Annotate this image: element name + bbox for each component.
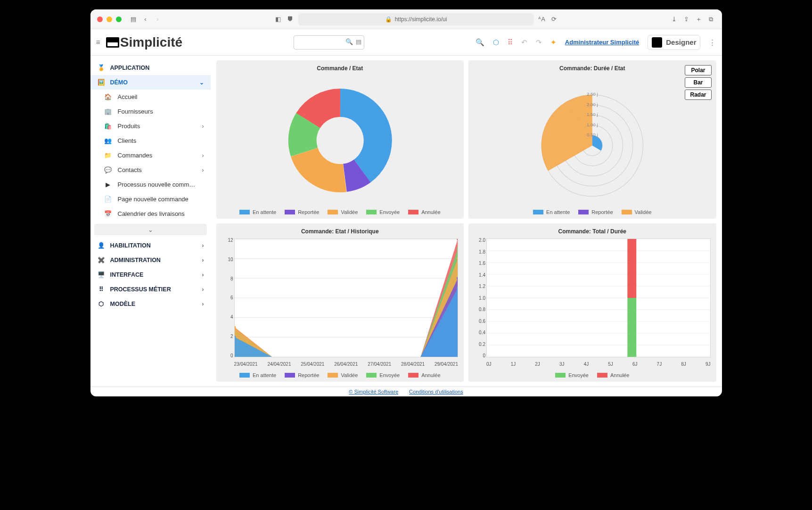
section-icon: ⠿ <box>97 286 106 293</box>
x-axis: 0J1J2J3J4J5J6J7J8J9J <box>486 362 711 367</box>
tick: 1.8 <box>472 249 485 255</box>
tick: 1.0 <box>472 296 485 301</box>
chevron-right-icon: › <box>202 167 204 173</box>
footer-company[interactable]: © Simplicité Software <box>349 389 398 395</box>
svg-text:2.50 j: 2.50 j <box>587 91 598 97</box>
redo-icon[interactable]: ↷ <box>536 38 542 47</box>
legend-label: En attente <box>546 209 570 215</box>
sidebar-toggle-icon[interactable]: ▤ <box>129 16 138 23</box>
swatch <box>533 210 543 214</box>
sidebar-section-application[interactable]: 🏅 APPLICATION <box>90 60 211 75</box>
sidebar-item[interactable]: 💬 Contacts › <box>90 163 211 177</box>
brand-text: Simplicité <box>120 35 182 50</box>
sidebar-item[interactable]: 🏠 Accueil <box>90 90 211 104</box>
reload-icon[interactable]: ⟳ <box>550 16 558 23</box>
menu-icon: 📄 <box>104 196 112 203</box>
swatch <box>366 210 377 214</box>
card-commande-historique: Commande: Etat / Historique 121086420 <box>216 223 464 382</box>
lock-icon: 🔒 <box>385 16 392 23</box>
sidebar-item[interactable]: 🏢 Fournisseurs <box>90 104 211 119</box>
menu-icon: 🏠 <box>104 93 112 100</box>
swatch <box>622 210 632 214</box>
search-scope-icon[interactable]: ▤ <box>356 38 361 45</box>
share-icon[interactable]: ⇪ <box>682 16 691 23</box>
polar-chart: 2.50 j 2.00 j 1.50 j 1.00 j 0.50 j <box>472 74 713 206</box>
tick: 0J <box>486 362 492 367</box>
star-icon[interactable]: ✦ <box>550 38 557 47</box>
legend-item: Envoyée <box>366 372 400 378</box>
shield-icon[interactable]: ⛊ <box>286 16 295 23</box>
sidebar-item[interactable]: 🛍️ Produits › <box>90 119 211 133</box>
y-axis: 121086420 <box>220 238 233 358</box>
sidebar-section[interactable]: 🖥️ INTERFACE › <box>90 267 211 282</box>
address-bar[interactable]: 🔒 https://simplicite.io/ui <box>298 13 534 25</box>
tick: 1.2 <box>472 284 485 289</box>
image-icon: 🖼️ <box>97 79 106 86</box>
reader-icon[interactable]: ᴬA <box>538 16 546 23</box>
item-label: Fournisseurs <box>118 108 153 115</box>
tabs-icon[interactable]: ⧉ <box>707 16 715 23</box>
tick: 28/04/2021 <box>401 362 425 367</box>
legend-item: Validée <box>622 209 652 215</box>
section-label: PROCESSUS MÉTIER <box>110 286 171 293</box>
undo-icon[interactable]: ↶ <box>521 38 527 47</box>
sidebar-section[interactable]: 👤 HABILITATION › <box>90 238 211 253</box>
workflow-icon[interactable]: ⠿ <box>508 38 513 47</box>
legend-item: Reportée <box>285 372 319 378</box>
admin-link[interactable]: Administrateur Simplicité <box>565 39 639 46</box>
sidebar-item[interactable]: 👥 Clients <box>90 133 211 148</box>
search-box[interactable]: 🔍 ▤ <box>294 35 364 49</box>
legend-item: Annulée <box>408 209 440 215</box>
extension-icon[interactable]: ◧ <box>274 16 282 23</box>
legend-item: Validée <box>328 372 358 378</box>
footer-terms[interactable]: Conditions d'utilisations <box>409 389 463 395</box>
hierarchy-icon[interactable]: ⬡ <box>493 38 499 47</box>
sidebar-section[interactable]: ⬡ MODÈLE › <box>90 296 211 311</box>
tick: 25/04/2021 <box>301 362 324 367</box>
brand-logo[interactable]: Simplicité <box>106 35 182 50</box>
window-controls[interactable] <box>97 16 122 22</box>
sidebar-section-demo[interactable]: 🖼️ DÉMO ⌄ <box>90 75 211 90</box>
filter-icon[interactable]: 🔍 <box>476 38 484 47</box>
sidebar-section[interactable]: ✖️ ADMINISTRATION › <box>90 253 211 267</box>
sidebar-item[interactable]: 📅 Calendrier des livraisons <box>90 206 211 221</box>
role-label: Designer <box>666 38 696 46</box>
tick: 23/04/2021 <box>234 362 258 367</box>
download-icon[interactable]: ⤓ <box>670 16 679 23</box>
legend-label: Annulée <box>610 372 629 378</box>
sidebar-item[interactable]: 📁 Commandes › <box>90 148 211 163</box>
item-label: Accueil <box>118 93 138 100</box>
tick: 2 <box>220 334 233 339</box>
section-label: INTERFACE <box>110 271 144 278</box>
nav-back-icon[interactable]: ‹ <box>141 16 150 23</box>
menu-toggle-icon[interactable]: ≡ <box>96 38 100 47</box>
card-title: Commande: Durée / Etat <box>472 65 713 72</box>
swatch <box>328 210 338 214</box>
sidebar-collapse[interactable]: ⌄ <box>94 224 207 235</box>
footer: © Simplicité Software Conditions d'utili… <box>90 387 722 396</box>
legend-item: Annulée <box>597 372 629 378</box>
chevron-down-icon: ⌄ <box>199 79 204 86</box>
search-icon[interactable]: 🔍 <box>345 38 353 45</box>
menu-icon: 💬 <box>104 166 112 173</box>
item-label: Contacts <box>118 166 142 173</box>
section-icon: 🖥️ <box>97 271 106 278</box>
tick: 2J <box>535 362 540 367</box>
new-tab-icon[interactable]: ＋ <box>695 15 703 24</box>
sidebar-section[interactable]: ⠿ PROCESSUS MÉTIER › <box>90 282 211 296</box>
section-label: MODÈLE <box>110 301 135 307</box>
section-label: APPLICATION <box>110 65 150 71</box>
polar-button[interactable]: Polar <box>685 65 711 75</box>
sidebar-item[interactable]: ▶ Processus nouvelle comm… <box>90 177 211 192</box>
chevron-right-icon: › <box>202 257 204 263</box>
svg-text:1.00 j: 1.00 j <box>587 122 598 127</box>
tick: 9J <box>705 362 711 367</box>
legend-label: Reportée <box>591 209 613 215</box>
tick: 7J <box>657 362 662 367</box>
tick: 8 <box>220 276 233 281</box>
sidebar-item[interactable]: 📄 Page nouvelle commande <box>90 192 211 206</box>
user-chip[interactable]: Designer <box>648 35 700 50</box>
more-icon[interactable]: ⋮ <box>709 38 716 47</box>
swatch <box>408 373 418 378</box>
tick: 6J <box>632 362 638 367</box>
